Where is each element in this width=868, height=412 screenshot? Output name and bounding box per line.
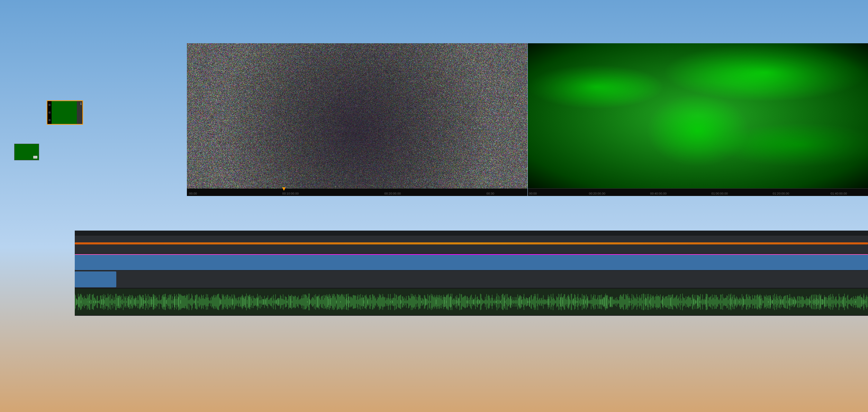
source-preview [187,43,527,188]
timeline-ruler [75,231,868,236]
videos-grid: The-Sky-is-the-Limit... [1,99,185,131]
sky-video-thumb [8,100,45,125]
waveform-canvas [75,289,868,315]
overlay-clip[interactable] [75,254,868,270]
two-monitors-row: video1206550719.mp4 [ ] 00:30:13.18 TC 0… [187,24,868,208]
scrub-mark-0: :00.00 [188,192,197,195]
film-preview [47,101,82,124]
track-lane-solo [75,236,868,253]
prog-scrub-60: 01:00:00.00 [712,192,728,195]
list-item[interactable]: The-Sky-is-the-Limit... [8,100,45,129]
main-content-area: Chutier: The Sky is the... ✕ Effets: ( t… [0,24,868,218]
program-scrub-bar[interactable]: 00:00 00:20:00.00 00:40:00.00 01:00:00.0… [528,188,868,196]
sky-preview [8,100,45,125]
prog-scrub-80: 01:20:00.00 [773,192,789,195]
film-hole-2 [48,111,51,114]
track-lane-overlay [75,253,868,271]
scrub-mark-20: 00:20:00.00 [384,192,401,195]
scrub-mark-10: 00:10:00.00 [282,192,299,195]
track3-clip[interactable] [75,271,116,287]
info-icon: ℹ [80,102,82,106]
prog-scrub-20: 00:20:00.00 [589,192,606,195]
source-static-canvas [187,43,527,188]
source-monitor-panel: video1206550719.mp4 [ ] 00:30:13.18 TC 0… [187,24,528,208]
monitors-area: video1206550719.mp4 [ ] 00:30:13.18 TC 0… [187,24,868,218]
program-preview [528,43,868,188]
program-monitor-panel: Movie.exp* [ ] 01:56:38.05 TC 00:56:15.0… [528,24,868,208]
green-preview-area [528,43,868,188]
overlay-clip-top-line [75,254,868,255]
left-library-panel: Chutier: The Sky is the... ✕ Effets: ( t… [0,24,187,218]
tracks-content [75,231,868,412]
prog-scrub-100: 01:40:00.00 [831,192,847,195]
timeline-main: 🔒 🔒 🔒 🔒 Solo 👁 🔊 (0) Overlay 🔴 🔊 [0,231,868,412]
film-strip-left [47,101,52,124]
source-scrub-bar[interactable]: :00.00 00:10:00.00 00:20:00.00 00:30 [187,188,527,196]
prog-scrub-0: 00:00 [529,192,537,195]
prog-scrub-bg [528,189,868,196]
solo-marker [75,242,868,244]
film-hole-1 [48,104,51,106]
audio-clip[interactable] [75,289,868,315]
green-texture [528,43,868,188]
doc-video-thumb [14,144,39,160]
prog-scrub-40: 00:40:00.00 [650,192,667,195]
track-lane-audio [75,288,868,316]
film-video-thumb-selected: ℹ [47,100,83,125]
library-content-area: ▶ Musique publique C:\Utilisateurs\Publi… [0,35,187,203]
film-hole-3 [48,119,51,121]
scrub-mark-30: 00:30 [486,192,494,195]
track-lane-3 [75,271,868,288]
scrub-bg [187,189,527,196]
